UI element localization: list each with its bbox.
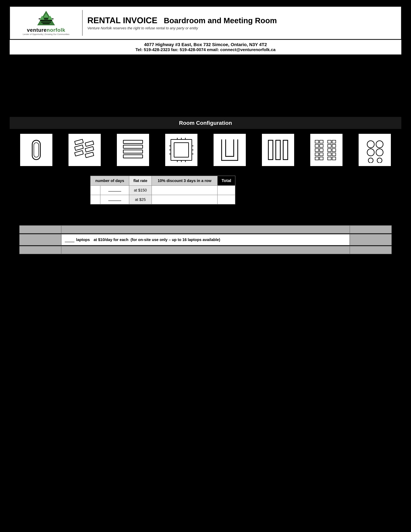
room-icon-1	[20, 134, 52, 166]
svg-rect-37	[283, 140, 288, 160]
room-icon-2	[68, 134, 101, 166]
svg-rect-40	[315, 144, 319, 147]
col-flat-header: flat rate	[129, 176, 152, 186]
svg-point-58	[367, 141, 374, 148]
laptops-content: laptops at $10/day for each (for on-site…	[61, 234, 350, 245]
room-icon-6	[262, 134, 294, 166]
col-discount-header: 10% discount 3 days in a row	[152, 176, 217, 186]
svg-rect-36	[276, 140, 280, 160]
black-spacer-mid	[10, 209, 401, 219]
laptops-bottom-left	[19, 246, 61, 254]
laptops-label	[19, 234, 61, 245]
svg-rect-20	[123, 155, 143, 158]
svg-rect-51	[332, 144, 336, 147]
row2-discount	[152, 195, 217, 204]
svg-rect-41	[320, 144, 323, 147]
header: venturenorfolk Lender of Opportunity | G…	[10, 6, 401, 39]
row1-total	[217, 186, 235, 195]
svg-point-60	[367, 149, 374, 156]
row2-days-blank	[108, 200, 121, 201]
laptops-right-gray	[350, 225, 392, 233]
address-line2: Tel: 519-428-2323 fax: 519-428-0074 emai…	[10, 47, 401, 52]
header-title-area: RENTAL INVOICE Boardroom and Meeting Roo…	[87, 16, 396, 30]
laptops-bottom-right	[350, 246, 392, 254]
svg-rect-10	[34, 143, 39, 157]
col-total-header: Total	[217, 176, 235, 186]
svg-point-62	[368, 158, 373, 163]
svg-rect-57	[332, 157, 336, 160]
svg-rect-48	[328, 140, 331, 143]
pricing-row-2: at $25	[90, 195, 235, 204]
invoice-label: RENTAL INVOICE	[87, 16, 157, 25]
svg-rect-43	[320, 149, 323, 152]
logo-tagline: Lender of Opportunity | Growing Our Comm…	[23, 33, 69, 36]
laptops-mid-gray	[61, 225, 350, 233]
address-bar: 4077 Highway #3 East, Box 732 Simcoe, On…	[10, 39, 401, 55]
svg-rect-16	[85, 152, 94, 158]
black-spacer-top	[10, 56, 401, 117]
svg-rect-50	[328, 144, 331, 147]
logo-area: venturenorfolk Lender of Opportunity | G…	[15, 10, 83, 36]
row2-days	[100, 195, 129, 204]
room-icon-8	[359, 134, 391, 166]
svg-rect-47	[320, 157, 323, 160]
laptops-section: laptops at $10/day for each (for on-site…	[10, 219, 401, 260]
invoice-note: Venture Norfolk reserves the right to re…	[87, 26, 396, 30]
svg-rect-42	[315, 149, 319, 152]
row1-days-blank	[108, 191, 121, 191]
svg-rect-38	[315, 140, 319, 143]
svg-rect-19	[123, 150, 143, 153]
svg-rect-12	[75, 145, 83, 150]
row1-rate: at $150	[129, 186, 152, 195]
svg-rect-52	[328, 149, 331, 152]
laptops-bottom-bar	[19, 246, 392, 254]
svg-rect-22	[174, 143, 188, 157]
svg-point-61	[376, 149, 383, 156]
svg-rect-46	[315, 157, 319, 160]
row1-days	[100, 186, 129, 195]
svg-rect-15	[85, 147, 94, 152]
svg-rect-13	[75, 151, 83, 156]
room-icons-row	[10, 129, 401, 171]
pricing-section: number of days flat rate 10% discount 3 …	[10, 171, 401, 209]
laptops-text: laptops	[76, 238, 90, 242]
room-title: Boardroom and Meeting Room	[164, 16, 277, 25]
row2-label	[90, 195, 100, 204]
room-icon-4	[165, 134, 197, 166]
laptops-left-gray	[19, 225, 61, 233]
laptops-total	[350, 234, 392, 245]
svg-rect-49	[332, 140, 336, 143]
pricing-row-1: at $150	[90, 186, 235, 195]
laptops-count-blank	[65, 237, 75, 242]
svg-rect-56	[328, 157, 331, 160]
room-icon-3	[117, 134, 149, 166]
svg-rect-54	[328, 153, 331, 156]
svg-rect-18	[123, 145, 143, 148]
laptops-content-row: laptops at $10/day for each (for on-site…	[19, 234, 392, 245]
laptops-rate: at $10/day for each (for on-site use onl…	[91, 238, 220, 242]
room-icon-5	[214, 134, 246, 166]
row1-label	[90, 186, 100, 195]
logo-icon	[37, 10, 56, 26]
svg-rect-45	[320, 153, 323, 156]
svg-rect-9	[32, 140, 40, 160]
invoice-title: RENTAL INVOICE Boardroom and Meeting Roo…	[87, 16, 396, 25]
room-config-section: Room Configuration	[10, 117, 401, 129]
bottom-spacer	[10, 260, 401, 390]
logo-text: venturenorfolk	[27, 27, 65, 33]
svg-rect-35	[268, 140, 273, 160]
svg-point-63	[377, 158, 382, 163]
col-days-header: number of days	[90, 176, 129, 186]
laptops-bottom-mid	[61, 246, 350, 254]
pricing-table: number of days flat rate 10% discount 3 …	[90, 176, 235, 204]
address-line1: 4077 Highway #3 East, Box 732 Simcoe, On…	[10, 42, 401, 47]
room-config-header: Room Configuration	[10, 117, 401, 129]
svg-point-59	[376, 141, 383, 148]
row2-rate: at $25	[129, 195, 152, 204]
svg-rect-55	[332, 153, 336, 156]
svg-rect-44	[315, 153, 319, 156]
svg-rect-11	[75, 139, 83, 145]
row2-total	[217, 195, 235, 204]
svg-marker-0	[37, 11, 55, 25]
svg-rect-17	[123, 140, 143, 143]
